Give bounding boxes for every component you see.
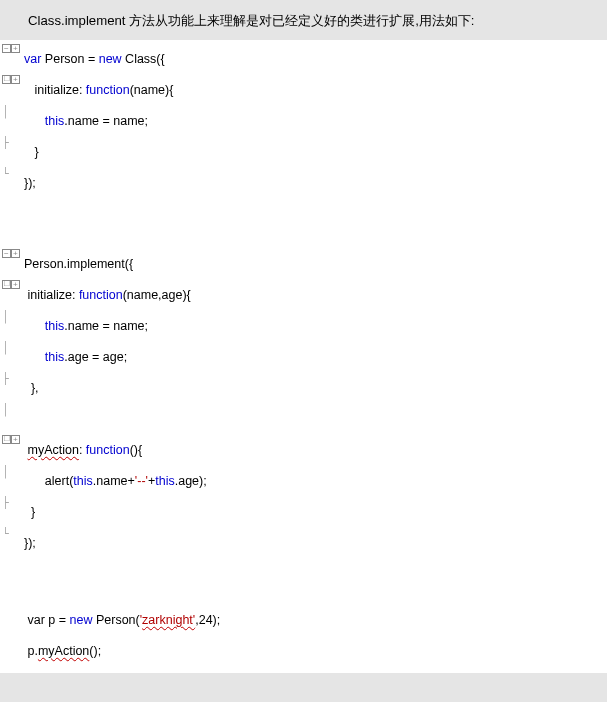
fold-gutter[interactable]: −+	[0, 44, 24, 53]
code-line: □+ initialize: function(name){	[0, 75, 607, 106]
code-text: this.name = name;	[24, 311, 148, 342]
code-line: └ });	[0, 528, 607, 559]
heading-text: Class.implement 方法从功能上来理解是对已经定义好的类进行扩展,用…	[0, 0, 607, 40]
code-line: var p = new Person('zarknight',24);	[0, 605, 607, 636]
code-blank	[0, 199, 607, 249]
code-line: ├ }	[0, 137, 607, 168]
fold-gutter: │	[0, 311, 24, 323]
code-text: this.name = name;	[24, 106, 148, 137]
fold-gutter: └	[0, 528, 24, 539]
fold-gutter: ├	[0, 497, 24, 508]
code-text: var p = new Person('zarknight',24);	[24, 605, 220, 636]
code-line: │ this.name = name;	[0, 311, 607, 342]
fold-gutter[interactable]: □+	[0, 280, 24, 289]
code-line: └ });	[0, 168, 607, 199]
code-text: initialize: function(name){	[24, 75, 173, 106]
code-text: var Person = new Class({	[24, 44, 165, 75]
fold-gutter[interactable]: −+	[0, 249, 24, 258]
code-text: }	[24, 497, 35, 528]
fold-gutter: │	[0, 342, 24, 354]
code-line: │	[0, 404, 607, 435]
code-text: myAction: function(){	[24, 435, 142, 466]
code-text: });	[24, 528, 36, 559]
fold-gutter: │	[0, 466, 24, 478]
code-line: □+ myAction: function(){	[0, 435, 607, 466]
code-text: });	[24, 168, 36, 199]
code-block: −+ var Person = new Class({ □+ initializ…	[0, 40, 607, 673]
fold-gutter: │	[0, 106, 24, 118]
code-line: ├ },	[0, 373, 607, 404]
fold-gutter: └	[0, 168, 24, 179]
code-line: │ this.name = name;	[0, 106, 607, 137]
code-line: p.myAction();	[0, 636, 607, 667]
code-text: alert(this.name+'--'+this.age);	[24, 466, 207, 497]
code-text: },	[24, 373, 39, 404]
code-text: p.myAction();	[24, 636, 101, 667]
code-text: Person.implement({	[24, 249, 133, 280]
fold-gutter[interactable]: □+	[0, 435, 24, 444]
code-text: initialize: function(name,age){	[24, 280, 191, 311]
code-line: │ this.age = age;	[0, 342, 607, 373]
code-text: this.age = age;	[24, 342, 127, 373]
code-line: ├ }	[0, 497, 607, 528]
code-text: }	[24, 137, 39, 168]
fold-gutter: ├	[0, 373, 24, 384]
code-line: □+ initialize: function(name,age){	[0, 280, 607, 311]
fold-gutter: │	[0, 404, 24, 416]
code-line: −+ Person.implement({	[0, 249, 607, 280]
code-line: │ alert(this.name+'--'+this.age);	[0, 466, 607, 497]
code-line: −+ var Person = new Class({	[0, 44, 607, 75]
fold-gutter: ├	[0, 137, 24, 148]
fold-gutter[interactable]: □+	[0, 75, 24, 84]
code-blank	[0, 559, 607, 605]
